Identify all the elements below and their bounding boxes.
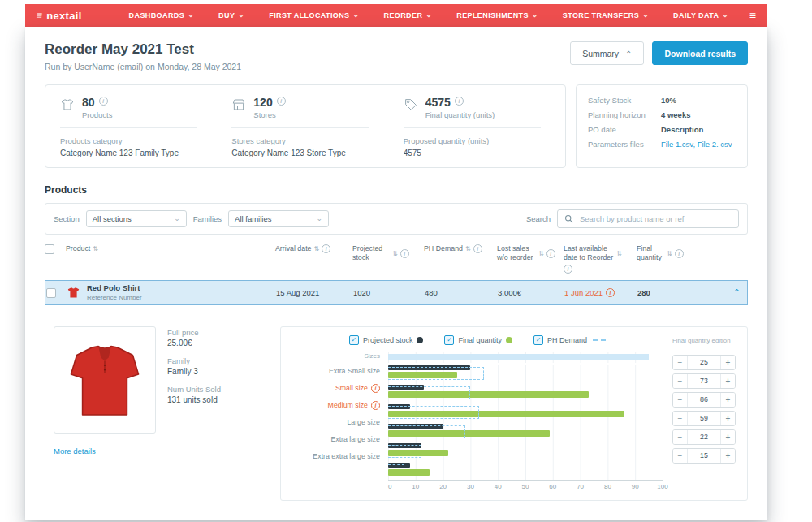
column-header-product[interactable]: Product ⇅ [66, 244, 275, 253]
nav-item-buy[interactable]: BUY⌄ [218, 11, 244, 19]
sort-icon[interactable]: ⇅ [465, 244, 471, 253]
stores-count: 120 [253, 97, 272, 108]
x-tick-label: 90 [632, 483, 639, 490]
final-quantity-count: 4575 [425, 97, 451, 108]
product-row[interactable]: Red Polo Shirt Reference Number 15 Aug 2… [45, 280, 748, 305]
quantity-stepper: − 25 + [672, 355, 736, 370]
select-all-checkbox[interactable] [45, 244, 54, 254]
more-details-link[interactable]: More details [54, 447, 96, 455]
info-icon[interactable]: i [473, 244, 482, 253]
collapse-row-icon[interactable]: ⌃ [710, 287, 747, 298]
param-value: 10% [661, 96, 676, 105]
row-checkbox[interactable] [46, 288, 56, 298]
nav-label: REPLENISHMENTS [456, 11, 529, 19]
increment-button[interactable]: + [721, 412, 735, 425]
families-filter-label: Families [193, 214, 222, 223]
info-icon[interactable]: i [322, 244, 330, 253]
page-header: Reorder May 2021 Test Run by UserName (e… [45, 27, 748, 71]
info-icon[interactable]: i [564, 265, 572, 274]
column-header-lost-sales[interactable]: Lost sales w/o reorder ⇅ i [497, 244, 564, 262]
nav-item-reorder[interactable]: REORDER⌄ [383, 11, 432, 19]
warning-info-icon[interactable]: i [606, 288, 615, 297]
info-icon[interactable]: i [99, 97, 108, 106]
chart-plot: 0102030405060708090100 [388, 352, 663, 494]
column-label: Product [66, 244, 90, 253]
main-card: Reorder May 2021 Test Run by UserName (e… [25, 27, 767, 520]
column-header-last-available-date[interactable]: Last available date to Reorder ⇅ i [564, 244, 637, 274]
increment-button[interactable]: + [721, 430, 735, 444]
increment-button[interactable]: + [721, 356, 735, 369]
nav-item-dashboards[interactable]: DASHBOARDS⌄ [129, 11, 194, 19]
sort-icon[interactable]: ⇅ [93, 244, 98, 253]
increment-button[interactable]: + [721, 449, 735, 463]
increment-button[interactable]: + [721, 374, 735, 388]
sort-icon[interactable]: ⇅ [392, 249, 398, 258]
legend-checkbox[interactable]: ✓ [349, 335, 359, 345]
nav-item-daily-data[interactable]: DAILY DATA⌄ [673, 11, 728, 19]
info-icon[interactable]: i [400, 249, 409, 258]
decrement-button[interactable]: − [673, 412, 687, 425]
num-units-sold-value: 131 units sold [167, 395, 221, 404]
stepper-value: 73 [687, 374, 721, 388]
table-header: Product ⇅ Arrival date ⇅ i Projected sto… [45, 244, 748, 280]
nextail-logo[interactable]: ≡ nextail [37, 10, 82, 22]
nav-item-first-allocations[interactable]: FIRST ALLOCATIONS⌄ [269, 11, 359, 19]
legend-checkbox[interactable]: ✓ [444, 335, 454, 345]
size-label: Extra Small size [292, 363, 380, 380]
sort-icon[interactable]: ⇅ [667, 249, 672, 258]
increment-button[interactable]: + [721, 393, 735, 407]
summary-dropdown-button[interactable]: Summary ⌃ [570, 41, 644, 65]
column-header-projected-stock[interactable]: Projected stock ⇅ i [352, 244, 424, 262]
column-header-ph-demand[interactable]: PH Demand ⇅ i [424, 244, 497, 253]
decrement-button[interactable]: − [673, 449, 687, 463]
nav-item-replenishments[interactable]: REPLENISHMENTS⌄ [456, 11, 538, 19]
info-icon[interactable]: i [277, 97, 286, 106]
legend-label: Final quantity [458, 336, 502, 344]
final-quantity-marker-icon [506, 337, 512, 343]
nextail-logo-text: nextail [46, 10, 81, 22]
families-select-value: All families [235, 214, 271, 223]
info-icon[interactable]: i [455, 97, 464, 106]
download-results-button[interactable]: Download results [652, 41, 748, 65]
summary-row: 80 i Products Products category Category… [45, 84, 748, 168]
column-header-final-quantity[interactable]: Final quantity ⇅ i [637, 244, 710, 262]
families-select[interactable]: All families ⌄ [228, 210, 329, 227]
column-header-arrival-date[interactable]: Arrival date ⇅ i [275, 244, 352, 253]
decrement-button[interactable]: − [673, 356, 687, 369]
column-label: Arrival date [275, 244, 312, 253]
nav-label: BUY [218, 11, 235, 19]
x-tick-label: 10 [412, 483, 419, 490]
family-value: Family 3 [167, 367, 221, 376]
sort-icon[interactable]: ⇅ [314, 244, 320, 253]
decrement-button[interactable]: − [673, 374, 687, 388]
param-value: 4 weeks [661, 110, 690, 119]
chevron-down-icon: ⌄ [353, 11, 360, 19]
section-select[interactable]: All sections ⌄ [86, 210, 187, 227]
sort-icon[interactable]: ⇅ [538, 249, 544, 258]
chart-size-labels: Sizes Extra Small sizeSmall sizeiMedium … [292, 352, 388, 494]
decrement-button[interactable]: − [673, 430, 687, 444]
stepper-value: 22 [687, 430, 721, 444]
size-warning-icon[interactable]: i [371, 401, 380, 410]
legend-ph-demand[interactable]: ✓ PH Demand [533, 335, 606, 345]
nav-label: DAILY DATA [673, 11, 719, 19]
parameters-files-link[interactable]: File 1.csv, File 2. csv [661, 140, 732, 149]
size-warning-icon[interactable]: i [371, 384, 380, 393]
sizes-axis-title: Sizes [292, 352, 380, 363]
decrement-button[interactable]: − [673, 393, 687, 407]
param-value: Description [661, 125, 703, 134]
legend-label: PH Demand [547, 336, 587, 344]
chevron-down-icon: ⌄ [317, 214, 323, 222]
info-icon[interactable]: i [546, 249, 555, 258]
sort-icon[interactable]: ⇅ [616, 249, 622, 258]
legend-final-quantity[interactable]: ✓ Final quantity [444, 335, 512, 345]
chevron-down-icon: ⌄ [425, 11, 432, 19]
nav-item-store-transfers[interactable]: STORE TRANSFERS⌄ [563, 11, 649, 19]
info-icon[interactable]: i [675, 249, 684, 258]
menu-icon[interactable]: ≡ [749, 9, 756, 22]
search-input[interactable] [578, 214, 732, 224]
final-quantity-edition: Final quantity edition − 25 + − 73 + − 8… [672, 335, 736, 494]
legend-checkbox[interactable]: ✓ [533, 335, 543, 345]
legend-projected-stock[interactable]: ✓ Projected stock [349, 335, 424, 345]
page-subtitle: Run by UserName (email) on Monday, 28 Ma… [45, 62, 241, 71]
